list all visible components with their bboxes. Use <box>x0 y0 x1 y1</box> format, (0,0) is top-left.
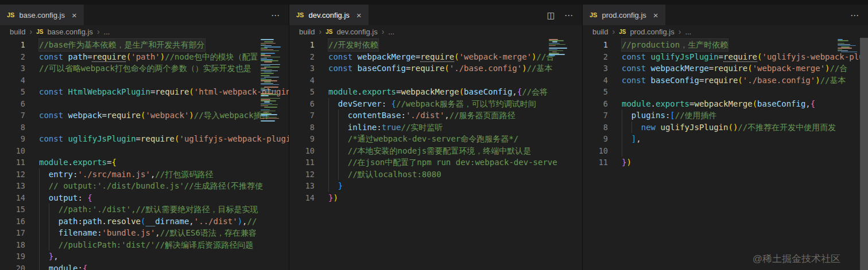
indent-guide <box>39 204 40 216</box>
close-icon[interactable]: × <box>356 11 362 19</box>
code-token <box>39 181 49 190</box>
code-line: 8 new uglifyJsPlugin()//不推荐在开发中使用而发 <box>583 122 868 134</box>
code-text: //默认localhost:8080 <box>328 169 441 181</box>
more-actions-icon[interactable]: ⋯ <box>564 11 573 19</box>
minimap[interactable] <box>259 39 281 122</box>
minimap[interactable] <box>836 39 858 53</box>
code-editor[interactable]: 1//production，生产时依赖2const uglifyJsPlugin… <box>583 38 868 270</box>
code-editor[interactable]: 1//base作为基本依赖，是生产和开发共有部分2const path=requ… <box>0 38 289 270</box>
code-text: ], <box>622 133 641 145</box>
close-icon[interactable]: × <box>72 11 77 19</box>
split-editor-icon[interactable]: ◫ <box>547 11 555 19</box>
code-token: require <box>714 64 747 73</box>
breadcrumb-folder[interactable]: build <box>10 28 25 36</box>
code-token: exports <box>73 158 107 167</box>
code-token <box>63 134 68 143</box>
tab-dev-config[interactable]: JSdev.config.js× <box>289 5 369 25</box>
indent-guide <box>49 239 49 251</box>
code-token: baseConfig <box>757 99 805 108</box>
code-token: , <box>636 134 641 143</box>
code-text: plugins:[//使用插件 <box>622 109 717 122</box>
code-line: 7 plugins:[//使用插件 <box>583 109 868 122</box>
indent-guide <box>328 145 329 157</box>
code-token: ( <box>728 123 733 132</box>
code-line: 4 <box>289 75 582 87</box>
line-number: 6 <box>0 98 25 110</box>
breadcrumb-file[interactable]: dev.config.js <box>336 28 377 36</box>
js-file-icon: JS <box>296 11 304 18</box>
code-line: 17 filename:'bundle.js',//默认ES6语法，存在兼容 <box>0 227 289 239</box>
line-number: 4 <box>583 75 608 87</box>
scrollbar[interactable] <box>860 38 868 270</box>
code-line: 15 //path:'./dist',//默认需要绝对路径，目标是实现 <box>0 204 289 216</box>
more-actions-icon[interactable]: ⋯ <box>850 11 859 19</box>
code-line: 13 } <box>289 180 582 192</box>
chevron-right-icon: › <box>679 27 681 36</box>
code-token: ( <box>126 52 131 61</box>
minimap-line <box>261 88 265 89</box>
code-token: { <box>392 99 396 108</box>
line-number: 8 <box>0 122 25 134</box>
chevron-right-icon: › <box>612 27 615 36</box>
minimap[interactable] <box>548 39 569 57</box>
line-number: 2 <box>583 51 608 63</box>
minimap-line <box>264 117 277 118</box>
code-line: 1//base作为基本依赖，是生产和开发共有部分 <box>0 39 289 51</box>
code-token: //production，生产时依赖 <box>622 40 728 49</box>
code-text: const baseConfig=require('./base.config'… <box>622 75 846 87</box>
code-token: contentBase <box>348 111 401 120</box>
code-text: //在json中配置了npm run dev:webpack-dev-serve <box>328 156 557 169</box>
code-token: const <box>622 76 646 85</box>
indent-guide <box>631 122 632 134</box>
line-number: 3 <box>289 62 315 75</box>
indent-guide <box>622 122 622 134</box>
code-text: module:{ <box>39 263 87 270</box>
editor-groups: JSbase.config.js×⋯build›JSbase.config.js… <box>0 5 868 270</box>
breadcrumb-file[interactable]: prod.config.js <box>630 28 674 36</box>
line-number: 5 <box>0 86 25 98</box>
indent-guide <box>39 251 40 263</box>
code-token: } <box>338 181 343 190</box>
close-icon[interactable]: × <box>653 11 658 19</box>
code-token: //node包中的模块（配置 <box>165 52 258 61</box>
code-token: = <box>87 52 92 61</box>
code-line: 6 devServer: {//webpack服务器，可以节约调试时间 <box>289 98 582 110</box>
code-token: //导入webpack插件 <box>194 111 270 120</box>
code-token: ( <box>175 134 179 143</box>
code-line: 10 <box>0 145 289 157</box>
breadcrumb-folder[interactable]: build <box>299 28 315 36</box>
code-token: 'path' <box>131 52 160 61</box>
minimap-line <box>552 41 557 42</box>
code-token: , <box>512 87 517 96</box>
code-token <box>328 181 338 190</box>
code-editor[interactable]: 1//开发时依赖2const webpackMerge=require('web… <box>289 38 582 270</box>
code-token <box>39 193 49 202</box>
breadcrumb-symbol[interactable]: ... <box>685 28 691 36</box>
code-line: 3const baseConfig=require('./base.config… <box>289 62 582 75</box>
line-number: 8 <box>289 122 315 134</box>
tab-prod-config[interactable]: JSprod.config.js× <box>583 5 665 25</box>
code-line: 5const HtmlWebpackPlugin=require('html-w… <box>0 86 289 98</box>
breadcrumb-symbol[interactable]: ... <box>388 28 394 36</box>
code-token: devServer <box>338 99 382 108</box>
line-number: 7 <box>583 109 608 122</box>
code-text: }) <box>622 156 631 169</box>
code-token: . <box>358 87 362 96</box>
code-token: ) <box>160 52 165 61</box>
breadcrumb-folder[interactable]: build <box>592 28 608 36</box>
code-text: const webpackMerge=require('webpack-merg… <box>328 51 554 63</box>
code-token: exports <box>362 87 396 96</box>
code-token: HtmlWebpackPlugin <box>68 87 150 96</box>
code-token: //默认localhost:8080 <box>348 170 441 179</box>
indent-guide <box>39 227 40 239</box>
minimap-line <box>261 73 274 74</box>
breadcrumb-file[interactable]: base.config.js <box>47 28 93 36</box>
breadcrumb-symbol[interactable]: ... <box>104 28 110 36</box>
code-token: uglifyJsPlugin <box>660 123 728 132</box>
more-actions-icon[interactable]: ⋯ <box>271 11 280 19</box>
chevron-right-icon: › <box>319 27 321 36</box>
code-line: 7const webpack=require('webpack')//导入web… <box>0 109 289 122</box>
code-text: module.exports={ <box>39 156 117 169</box>
tab-base-config[interactable]: JSbase.config.js× <box>0 5 84 25</box>
code-token: , <box>805 99 810 108</box>
